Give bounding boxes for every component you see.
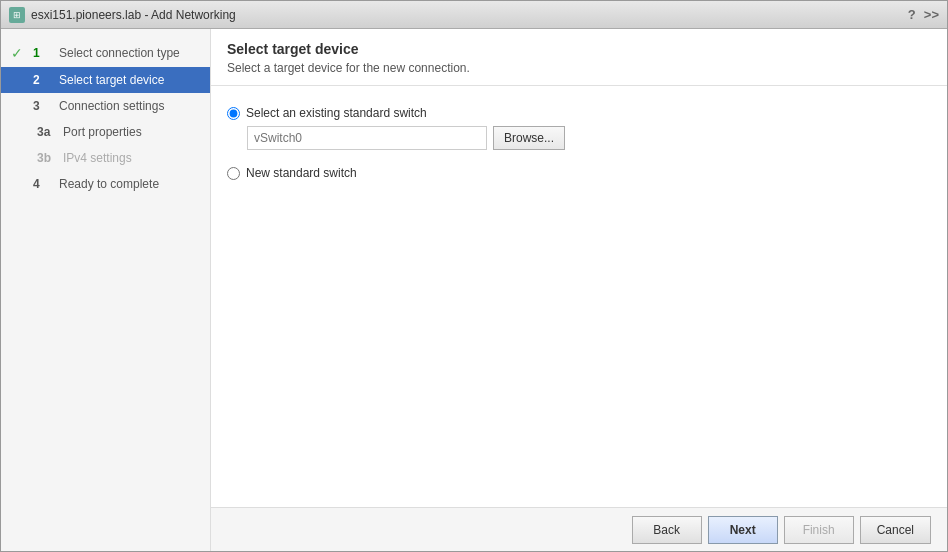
main-content: ✓ 1 Select connection type 2 Select targ… [1,29,947,551]
option2-item[interactable]: New standard switch [227,166,931,180]
step3b-label: IPv4 settings [63,151,132,165]
titlebar: ⊞ esxi151.pioneers.lab - Add Networking … [1,1,947,29]
right-panel: Select target device Select a target dev… [211,29,947,551]
help-button[interactable]: ? [908,7,916,22]
step2-num: 2 [33,73,53,87]
switch-input[interactable] [247,126,487,150]
panel-subtitle: Select a target device for the new conne… [227,61,931,75]
window-title: esxi151.pioneers.lab - Add Networking [31,8,236,22]
finish-button[interactable]: Finish [784,516,854,544]
titlebar-left: ⊞ esxi151.pioneers.lab - Add Networking [9,7,236,23]
option1-item[interactable]: Select an existing standard switch [227,106,931,120]
radio-group: Select an existing standard switch Brows… [227,106,931,180]
titlebar-right: ? >> [908,7,939,22]
step3a-label: Port properties [63,125,142,139]
option2-label[interactable]: New standard switch [246,166,357,180]
option2-radio[interactable] [227,167,240,180]
step2-label: Select target device [59,73,164,87]
step4-num: 4 [33,177,53,191]
sidebar-item-step1[interactable]: ✓ 1 Select connection type [1,39,210,67]
panel-body: Select an existing standard switch Brows… [211,86,947,507]
sidebar: ✓ 1 Select connection type 2 Select targ… [1,29,211,551]
option1-radio[interactable] [227,107,240,120]
step3b-num: 3b [37,151,57,165]
panel-header: Select target device Select a target dev… [211,29,947,86]
step1-num: 1 [33,46,53,60]
footer: Back Next Finish Cancel [211,507,947,551]
step4-label: Ready to complete [59,177,159,191]
step3-num: 3 [33,99,53,113]
app-icon: ⊞ [9,7,25,23]
step1-label: Select connection type [59,46,180,60]
browse-button[interactable]: Browse... [493,126,565,150]
sidebar-item-step3[interactable]: 3 Connection settings [1,93,210,119]
sidebar-item-step2[interactable]: 2 Select target device [1,67,210,93]
sidebar-item-step3b[interactable]: 3b IPv4 settings [1,145,210,171]
input-row: Browse... [247,126,931,150]
panel-title: Select target device [227,41,931,57]
back-button[interactable]: Back [632,516,702,544]
option1-group: Select an existing standard switch Brows… [227,106,931,150]
next-button[interactable]: Next [708,516,778,544]
step3-label: Connection settings [59,99,164,113]
cancel-button[interactable]: Cancel [860,516,931,544]
sidebar-item-step3a[interactable]: 3a Port properties [1,119,210,145]
sidebar-item-step4[interactable]: 4 Ready to complete [1,171,210,197]
window: ⊞ esxi151.pioneers.lab - Add Networking … [0,0,948,552]
expand-button[interactable]: >> [924,7,939,22]
check-icon: ✓ [11,45,27,61]
step3a-num: 3a [37,125,57,139]
option1-label[interactable]: Select an existing standard switch [246,106,427,120]
